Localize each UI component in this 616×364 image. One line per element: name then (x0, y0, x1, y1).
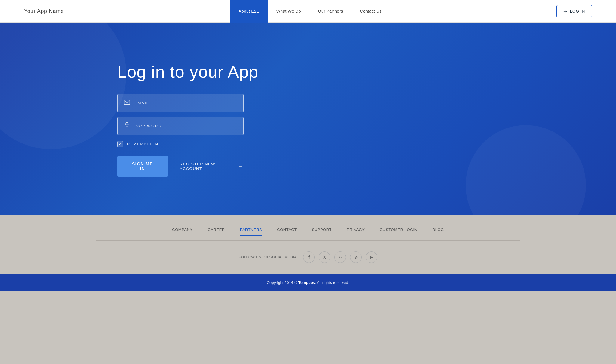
linkedin-icon[interactable]: in (334, 251, 346, 263)
footer-nav-support[interactable]: SUPPORT (312, 227, 332, 236)
lock-icon (124, 122, 130, 130)
email-field[interactable] (134, 101, 237, 105)
social-label: FOLLOW US ON SOCIAL MEDIA: (239, 255, 298, 259)
twitter-icon[interactable]: 𝕏 (319, 251, 330, 263)
footer-nav-customer-login[interactable]: CUSTOMER LOGIN (380, 227, 417, 236)
footer-nav: COMPANY CAREER PARTNERS CONTACT SUPPORT … (96, 227, 520, 241)
footer-nav-contact[interactable]: CONTACT (277, 227, 297, 236)
youtube-icon[interactable]: ▶ (366, 251, 377, 263)
password-field[interactable] (134, 124, 237, 128)
password-input-group (117, 117, 244, 135)
page-title: Log in to your App (117, 62, 258, 82)
check-icon: ✓ (119, 142, 122, 146)
footer: COMPANY CAREER PARTNERS CONTACT SUPPORT … (0, 215, 616, 291)
hero-section: Log in to your App (0, 23, 616, 215)
facebook-icon[interactable]: f (303, 251, 315, 263)
login-button[interactable]: ⇥ LOG IN (556, 5, 592, 17)
remember-row: ✓ REMEMBER ME (117, 140, 244, 148)
arrow-right-icon: → (239, 164, 244, 169)
sign-in-button[interactable]: SIGN ME IN (117, 156, 168, 177)
brand-name: Your App Name (24, 8, 64, 14)
copyright-text: Copyright 2014 © Tempees. All rights res… (267, 280, 350, 285)
login-icon: ⇥ (563, 8, 568, 14)
pinterest-icon[interactable]: 𝙥 (350, 251, 362, 263)
login-form: ✓ REMEMBER ME SIGN ME IN REGISTER NEW AC… (117, 94, 244, 177)
nav-item-contact[interactable]: Contact Us (352, 0, 390, 23)
footer-nav-blog[interactable]: BLOG (433, 227, 444, 236)
navbar: Your App Name About E2E What We Do Our P… (0, 0, 616, 23)
remember-label: REMEMBER ME (127, 142, 162, 146)
nav-item-about[interactable]: About E2E (230, 0, 268, 23)
social-row: FOLLOW US ON SOCIAL MEDIA: f 𝕏 in 𝙥 ▶ (0, 241, 616, 274)
nav-item-what[interactable]: What We Do (268, 0, 310, 23)
register-link[interactable]: REGISTER NEW ACCOUNT → (180, 162, 244, 171)
footer-nav-company[interactable]: COMPANY (172, 227, 192, 236)
email-input-group (117, 94, 244, 112)
footer-copyright: Copyright 2014 © Tempees. All rights res… (0, 274, 616, 291)
email-icon (124, 100, 130, 106)
nav-item-partners[interactable]: Our Partners (310, 0, 352, 23)
nav-menu: About E2E What We Do Our Partners Contac… (230, 0, 390, 22)
svg-point-2 (127, 126, 128, 127)
remember-checkbox[interactable]: ✓ (117, 141, 123, 147)
form-actions: SIGN ME IN REGISTER NEW ACCOUNT → (117, 156, 244, 177)
footer-nav-privacy[interactable]: PRIVACY (347, 227, 365, 236)
footer-nav-partners[interactable]: PARTNERS (240, 227, 262, 236)
footer-nav-career[interactable]: CAREER (208, 227, 225, 236)
